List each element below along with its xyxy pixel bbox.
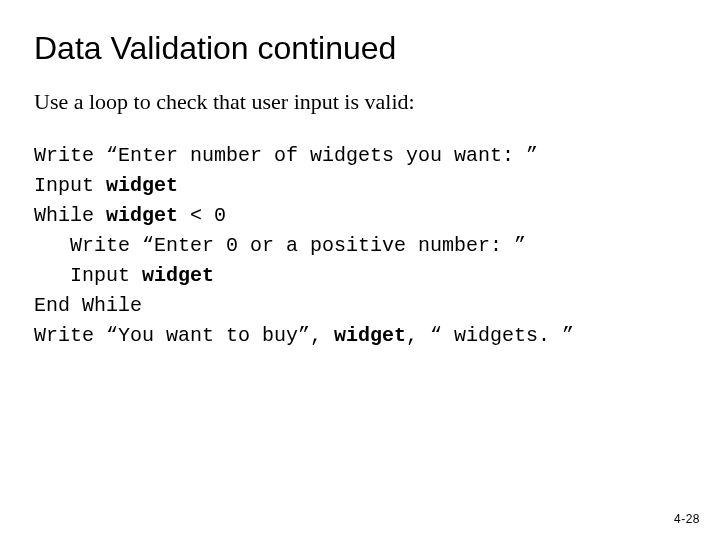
- code-line-2-prefix: Input: [34, 174, 106, 197]
- code-line-3-suffix: < 0: [178, 204, 226, 227]
- page-number: 4-28: [674, 512, 700, 526]
- slide-subtitle: Use a loop to check that user input is v…: [34, 89, 686, 115]
- code-line-6: End While: [34, 294, 142, 317]
- code-line-3-var: widget: [106, 204, 178, 227]
- code-line-7-suffix: , “ widgets. ”: [406, 324, 574, 347]
- code-line-5-var: widget: [142, 264, 214, 287]
- code-block: Write “Enter number of widgets you want:…: [34, 141, 686, 351]
- code-line-7-prefix: Write “You want to buy”,: [34, 324, 334, 347]
- code-line-3-prefix: While: [34, 204, 106, 227]
- code-line-4: Write “Enter 0 or a positive number: ”: [70, 234, 526, 257]
- code-line-5-prefix: Input: [70, 264, 142, 287]
- code-line-2-var: widget: [106, 174, 178, 197]
- slide: Data Validation continued Use a loop to …: [0, 0, 720, 540]
- code-line-7-var: widget: [334, 324, 406, 347]
- code-line-1: Write “Enter number of widgets you want:…: [34, 144, 538, 167]
- slide-title: Data Validation continued: [34, 30, 686, 67]
